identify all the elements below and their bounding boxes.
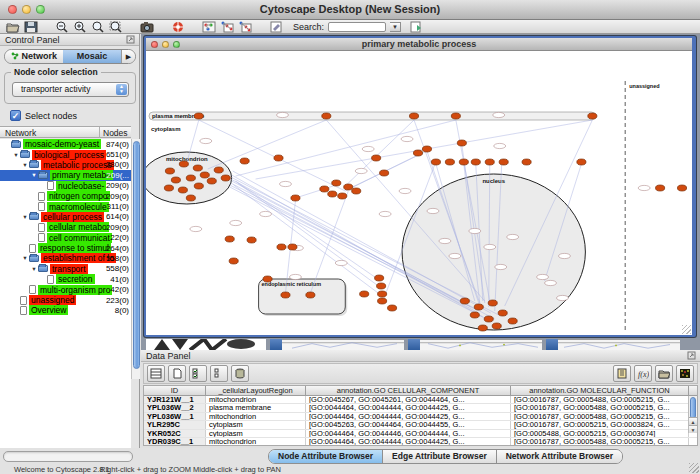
network-window[interactable]: primary metabolic process plasma membran… (144, 36, 696, 337)
table-cell[interactable]: [GO:0016787, GO:0005488, GO:0005215, G..… (511, 438, 689, 445)
node-label-tag[interactable] (200, 138, 212, 143)
network-node[interactable] (377, 283, 386, 289)
network-node[interactable] (378, 291, 387, 297)
window-resize-grip[interactable] (689, 463, 699, 473)
network-node[interactable] (240, 158, 249, 164)
network-node[interactable] (178, 187, 187, 193)
unselect-attributes-icon[interactable] (210, 365, 228, 382)
node-label-tag[interactable] (493, 112, 505, 117)
table-cell[interactable]: [GO:0016787, GO:0005488, GO:0005215, G..… (511, 404, 689, 411)
network-node[interactable] (288, 244, 297, 250)
network-node[interactable] (380, 170, 389, 176)
tree-item[interactable]: nucleobase-209(0) (0, 181, 131, 191)
network-node[interactable] (194, 183, 203, 189)
column-header[interactable]: annotation.GO MOLECULAR_FUNCTION (511, 386, 689, 395)
node-label-tag[interactable] (335, 260, 347, 265)
column-header[interactable]: _cellularLayoutRegion (206, 386, 306, 395)
network-node[interactable] (332, 180, 341, 186)
matrix-view-icon[interactable] (676, 365, 694, 382)
attribute-table[interactable]: ID_cellularLayoutRegionannotation.GO CEL… (143, 385, 698, 446)
search-input[interactable] (328, 22, 386, 32)
network-node[interactable] (164, 185, 173, 191)
node-label-tag[interactable] (558, 253, 570, 258)
network-node[interactable] (306, 292, 315, 298)
table-scrollbar[interactable]: ▲ ▼ (688, 396, 697, 433)
table-cell[interactable]: [GO:0045267, GO:0045261, GO:0044464, G..… (306, 396, 511, 403)
table-cell[interactable]: mitochondrion (206, 396, 306, 403)
network-node[interactable] (488, 300, 497, 306)
background-window-content-fragment[interactable] (420, 339, 542, 350)
delete-attribute-icon[interactable] (231, 365, 249, 382)
background-window-titlebar-fragment[interactable] (408, 339, 420, 350)
tree-item[interactable]: ▼primary metabo209(... (0, 170, 131, 180)
annotation-icon[interactable] (269, 21, 283, 33)
network-node[interactable] (193, 165, 202, 171)
tree-item[interactable]: ▼transport558(0) (0, 264, 131, 274)
network-node[interactable] (263, 276, 272, 282)
network-node[interactable] (186, 175, 195, 181)
network-node[interactable] (409, 113, 418, 119)
tab-mosaic[interactable]: Mosaic (63, 50, 121, 63)
node-label-tag[interactable] (289, 274, 301, 279)
tree-item[interactable]: secretion41(0) (0, 274, 131, 284)
table-cell[interactable]: YPL036W__1 (144, 413, 206, 420)
import-network-icon[interactable] (220, 21, 234, 33)
network-node[interactable] (378, 298, 387, 304)
snapshot-camera-icon[interactable] (140, 21, 154, 33)
table-cell[interactable]: YKR052C (144, 430, 206, 437)
tree-item[interactable]: cellular metabo209(0) (0, 222, 131, 232)
network-node[interactable] (277, 244, 286, 250)
tree-item[interactable]: nitrogen compo209(0) (0, 191, 131, 201)
tree-item[interactable]: mosaic-demo-yeast874(0) (0, 139, 131, 149)
network-node[interactable] (451, 113, 460, 119)
zoom-selected-icon[interactable] (109, 21, 123, 33)
network-node[interactable] (498, 310, 507, 316)
background-window-titlebar-fragment[interactable] (546, 339, 558, 350)
node-label-tag[interactable] (494, 143, 506, 148)
network-node[interactable] (460, 298, 469, 304)
network-node[interactable] (499, 159, 508, 165)
network-node[interactable] (360, 291, 369, 297)
tree-item[interactable]: ▼cellular process614(0) (0, 212, 131, 222)
new-attribute-icon[interactable] (168, 365, 186, 382)
network-node[interactable] (247, 237, 256, 243)
table-cell[interactable]: cytoplasm (206, 430, 306, 437)
table-row[interactable]: YPL036W__2plasma membrane[GO:0044464, GO… (144, 404, 697, 412)
tree-expand-arrow[interactable]: ▼ (21, 214, 29, 220)
network-node[interactable] (459, 159, 468, 165)
float-panel-icon[interactable] (687, 351, 696, 360)
table-row[interactable]: YLR295Ccytoplasm[GO:0045263, GO:0044464,… (144, 421, 697, 429)
scroll-down-arrow[interactable]: ▼ (689, 425, 697, 433)
node-label-tag[interactable] (545, 280, 557, 285)
node-label-tag[interactable] (507, 234, 519, 239)
network-node[interactable] (281, 292, 290, 298)
network-node[interactable] (165, 168, 174, 174)
table-row[interactable]: YDR039C__1mitochondrion[GO:0044464, GO:0… (144, 438, 697, 446)
network-node[interactable] (344, 184, 353, 190)
node-label-tag[interactable] (537, 274, 549, 279)
select-nodes-checkbox[interactable]: ✓ (10, 110, 21, 121)
table-cell[interactable]: YJR121W__1 (144, 396, 206, 403)
table-row[interactable]: YPL036W__1mitochondrion[GO:0044464, GO:0… (144, 413, 697, 421)
network-node[interactable] (656, 185, 665, 191)
table-cell[interactable]: YDR039C__1 (144, 438, 206, 445)
vizmapper-icon[interactable] (202, 21, 216, 33)
network-node[interactable] (291, 195, 300, 201)
table-cell[interactable]: [GO:0016787, GO:0005215, GO:0003824, G..… (511, 421, 689, 428)
tab-overflow-arrow[interactable]: ▶ (121, 50, 135, 63)
network-node[interactable] (200, 172, 209, 178)
select-attributes-icon[interactable] (189, 365, 207, 382)
node-label-tag[interactable] (427, 208, 439, 213)
node-label-tag[interactable] (190, 226, 202, 231)
network-node[interactable] (214, 167, 223, 173)
import-attributes-icon[interactable] (655, 365, 673, 382)
network-node[interactable] (322, 113, 331, 119)
node-label-tag[interactable] (379, 211, 391, 216)
node-label-tag[interactable] (439, 238, 451, 243)
tree-expand-arrow[interactable]: ▼ (21, 255, 29, 261)
open-session-icon[interactable] (6, 21, 20, 33)
network-node[interactable] (194, 113, 203, 119)
network-node[interactable] (328, 191, 337, 197)
node-color-dropdown[interactable]: transporter activity ▲▼ (12, 82, 129, 97)
search-settings-icon[interactable] (409, 21, 423, 33)
